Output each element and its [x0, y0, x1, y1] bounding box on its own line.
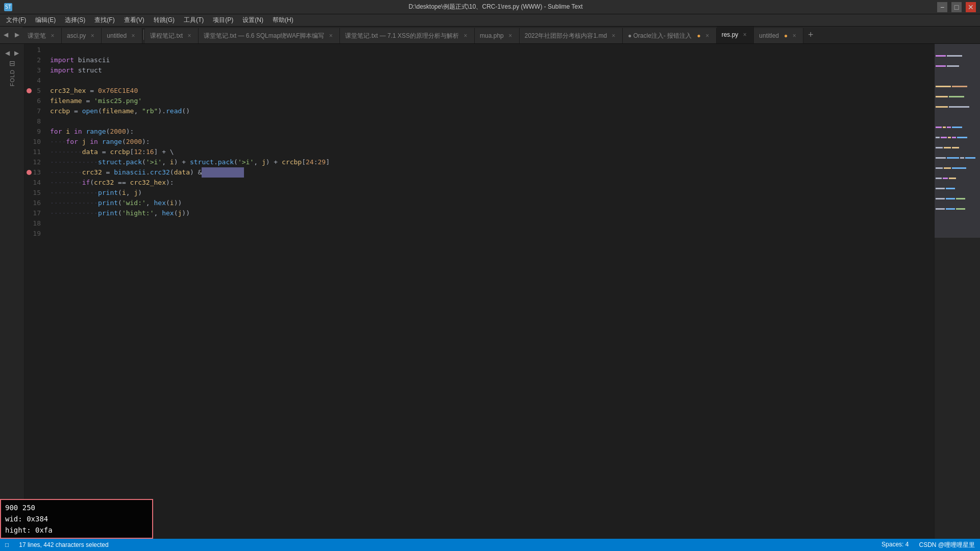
- line-num-5: 5: [24, 86, 44, 96]
- code-line-10: ····for j in range(2000):: [50, 137, 934, 147]
- tab-label-0: 课堂笔: [28, 32, 46, 40]
- status-bar: □ 17 lines, 442 characters selected Spac…: [0, 539, 980, 551]
- code-line-17: ············print('hight:', hex(j)): [50, 208, 934, 218]
- selection-status: 17 lines, 442 characters selected: [19, 541, 108, 548]
- line-num-6: 6: [24, 96, 44, 106]
- code-line-4: [50, 76, 934, 86]
- line-num-18: 18: [24, 218, 44, 229]
- code-line-19: [50, 229, 934, 239]
- menu-item-g[interactable]: 转跳(G): [150, 15, 179, 26]
- code-line-13: ········crc32 = binascii.crc32(data) &: [50, 167, 934, 178]
- menu-item-t[interactable]: 工具(T): [180, 15, 208, 26]
- breakpoint-dot-5: [27, 88, 32, 93]
- attribution: CSDN @哩哩哩星里: [919, 541, 975, 549]
- tab-close-9[interactable]: ×: [704, 32, 711, 39]
- terminal-line-3: hight: 0xfa: [5, 524, 148, 536]
- tab-close-11[interactable]: ×: [791, 32, 798, 39]
- line-num-19: 19: [24, 229, 44, 239]
- menu-item-n[interactable]: 设置(N): [238, 15, 267, 26]
- menu-bar: 文件(F)编辑(E)选择(S)查找(F)查看(V)转跳(G)工具(T)项目(P)…: [0, 14, 980, 27]
- window-controls[interactable]: − □ ✕: [937, 2, 976, 12]
- fold-expand-button[interactable]: ⊟: [8, 59, 16, 67]
- tab-prev-button[interactable]: ◀: [0, 27, 11, 43]
- tab-2[interactable]: untitled×: [102, 28, 142, 43]
- tab-8[interactable]: 2022年社团部分考核内容1.md×: [520, 28, 623, 43]
- tab-5[interactable]: 课堂笔记.txt — 6.6 SQLmap绕WAF脚本编写×: [199, 28, 340, 43]
- menu-item-s[interactable]: 选择(S): [61, 15, 89, 26]
- code-line-16: ············print('wid:', hex(i)): [50, 198, 934, 208]
- menu-item-v[interactable]: 查看(V): [120, 15, 149, 26]
- tab-close-4[interactable]: ×: [186, 32, 193, 39]
- tab-4[interactable]: 课程笔记.txt×: [145, 28, 199, 43]
- close-button[interactable]: ✕: [966, 2, 976, 12]
- minimap: [934, 44, 980, 539]
- tab-label-8: 2022年社团部分考核内容1.md: [525, 32, 607, 40]
- tab-close-2[interactable]: ×: [130, 32, 137, 39]
- code-line-2: import binascii: [50, 55, 934, 65]
- line-num-10: 10: [24, 137, 44, 147]
- fold-panel: ◀ ▶ ⊟ FOLD: [0, 44, 24, 539]
- menu-item-h[interactable]: 帮助(H): [268, 15, 298, 26]
- line-num-15: 15: [24, 188, 44, 198]
- tab-modified-dot-9: ●: [697, 32, 700, 39]
- tab-label-1: asci.py: [67, 32, 86, 39]
- tab-0[interactable]: 课堂笔×: [22, 28, 62, 43]
- code-line-12: ············struct.pack('>i', i) + struc…: [50, 157, 934, 167]
- code-line-1: [50, 45, 934, 55]
- tab-close-10[interactable]: ×: [741, 31, 748, 38]
- terminal-output: 900 250 wid: 0x384 hight: 0xfa: [0, 499, 153, 539]
- tab-close-5[interactable]: ×: [327, 32, 334, 39]
- code-line-15: ············print(i, j): [50, 188, 934, 198]
- spaces-indicator: Spaces: 4: [881, 541, 909, 549]
- encoding-icon: □: [5, 541, 9, 548]
- code-line-5: crc32_hex = 0x76EC1E40: [50, 86, 934, 96]
- code-line-3: import struct: [50, 65, 934, 76]
- terminal-line-2: wid: 0x384: [5, 513, 148, 524]
- tab-close-0[interactable]: ×: [49, 32, 56, 39]
- add-tab-button[interactable]: +: [803, 27, 818, 43]
- tab-label-5: 课堂笔记.txt — 6.6 SQLmap绕WAF脚本编写: [204, 32, 324, 40]
- line-num-3: 3: [24, 65, 44, 76]
- fold-nav: ◀ ▶: [4, 49, 21, 57]
- code-line-6: filename = 'misc25.png': [50, 96, 934, 106]
- code-line-11: ········data = crcbp[12:16] + \: [50, 147, 934, 157]
- tab-next-button[interactable]: ▶: [11, 27, 22, 43]
- tab-6[interactable]: 课堂笔记.txt — 7.1 XSS的原理分析与解析×: [340, 28, 475, 43]
- tab-label-2: untitled: [107, 32, 127, 39]
- line-num-2: 2: [24, 55, 44, 65]
- menu-item-f[interactable]: 文件(F): [2, 15, 30, 26]
- line-num-11: 11: [24, 147, 44, 157]
- tab-9[interactable]: ● Oracle注入- 报错注入●×: [623, 28, 717, 43]
- tab-close-7[interactable]: ×: [507, 32, 514, 39]
- tab-label-10: res.py: [722, 31, 739, 38]
- status-right: Spaces: 4 CSDN @哩哩哩星里: [881, 541, 975, 549]
- tab-11[interactable]: untitled●×: [754, 28, 803, 43]
- line-num-17: 17: [24, 208, 44, 218]
- tab-label-7: mua.php: [480, 32, 504, 39]
- code-line-9: for i in range(2000):: [50, 127, 934, 137]
- tab-close-1[interactable]: ×: [89, 32, 96, 39]
- tab-bar: ◀ ▶ 课堂笔×asci.py×untitled×课程笔记.txt×课堂笔记.t…: [0, 27, 980, 44]
- tab-label-6: 课堂笔记.txt — 7.1 XSS的原理分析与解析: [345, 32, 459, 40]
- tab-close-8[interactable]: ×: [610, 32, 617, 39]
- minimize-button[interactable]: −: [937, 2, 947, 12]
- tab-10[interactable]: res.py×: [717, 27, 754, 43]
- line-num-4: 4: [24, 76, 44, 86]
- tab-close-6[interactable]: ×: [462, 32, 469, 39]
- menu-item-p[interactable]: 项目(P): [209, 15, 237, 26]
- minimap-canvas: [935, 44, 980, 248]
- fold-label: FOLD: [9, 69, 15, 86]
- menu-item-e[interactable]: 编辑(E): [31, 15, 60, 26]
- title-bar: ST D:\desktope\例题正式\10、CRC-1\res.py (WWW…: [0, 0, 980, 14]
- tab-1[interactable]: asci.py×: [62, 28, 102, 43]
- fold-nav-left[interactable]: ◀: [4, 49, 12, 57]
- code-line-8: [50, 116, 934, 127]
- code-area[interactable]: import binascii import struct crc32_hex …: [48, 44, 934, 539]
- tab-label-11: untitled: [759, 32, 779, 39]
- fold-nav-right[interactable]: ▶: [13, 49, 21, 57]
- maximize-button[interactable]: □: [951, 2, 962, 12]
- tab-7[interactable]: mua.php×: [475, 28, 520, 43]
- breakpoint-dot-13: [27, 170, 32, 175]
- line-num-16: 16: [24, 198, 44, 208]
- menu-item-f[interactable]: 查找(F): [90, 15, 118, 26]
